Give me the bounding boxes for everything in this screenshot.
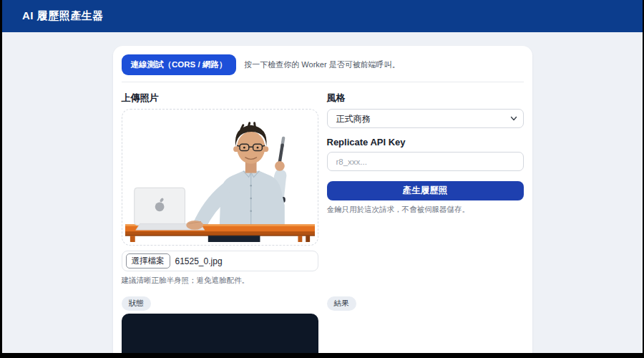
style-select[interactable]: 正式商務: [327, 109, 524, 128]
connection-test-hint: 按一下檢查你的 Worker 是否可被前端呼叫。: [244, 59, 399, 70]
api-key-label: Replicate API Key: [327, 137, 524, 147]
upload-section-label: 上傳照片: [122, 92, 318, 105]
app-window: AI 履歷照產生器 連線測試（CORS / 網路） 按一下檢查你的 Worker…: [2, 0, 643, 353]
connection-test-button[interactable]: 連線測試（CORS / 網路）: [122, 54, 237, 75]
video-frame: AI 履歷照產生器 連線測試（CORS / 網路） 按一下檢查你的 Worker…: [0, 0, 644, 358]
divider: [122, 82, 524, 82]
status-console: [122, 314, 318, 353]
uploaded-photo-preview: [125, 112, 315, 242]
choose-file-button[interactable]: 選擇檔案: [126, 253, 170, 268]
selected-file-name: 61525_0.jpg: [175, 256, 223, 266]
status-badge: 狀態: [122, 296, 151, 311]
main-card: 連線測試（CORS / 網路） 按一下檢查你的 Worker 是否可被前端呼叫。…: [113, 46, 532, 353]
api-key-note: 金鑰只用於這次請求，不會被伺服器儲存。: [327, 205, 524, 215]
connection-test-row: 連線測試（CORS / 網路） 按一下檢查你的 Worker 是否可被前端呼叫。: [122, 54, 524, 75]
upload-hint: 建議清晰正臉半身照；避免遮臉配件。: [122, 276, 318, 286]
status-section: 狀態: [122, 296, 318, 353]
generate-button[interactable]: 產生履歷照: [327, 181, 524, 200]
style-label: 風格: [327, 92, 524, 105]
result-badge: 結果: [327, 296, 356, 311]
photo-dropzone[interactable]: [122, 109, 318, 246]
upload-column: 上傳照片: [122, 92, 318, 286]
app-header: AI 履歷照產生器: [2, 0, 643, 32]
result-section: 結果: [327, 296, 524, 353]
api-key-input[interactable]: [327, 152, 524, 171]
page-title: AI 履歷照產生器: [22, 9, 104, 23]
file-input[interactable]: 選擇檔案 61525_0.jpg: [122, 251, 318, 271]
options-column: 風格 正式商務 Replicate API Key 產生履歷照 金鑰只用於這次請…: [327, 92, 524, 286]
person-legs: [208, 236, 260, 242]
